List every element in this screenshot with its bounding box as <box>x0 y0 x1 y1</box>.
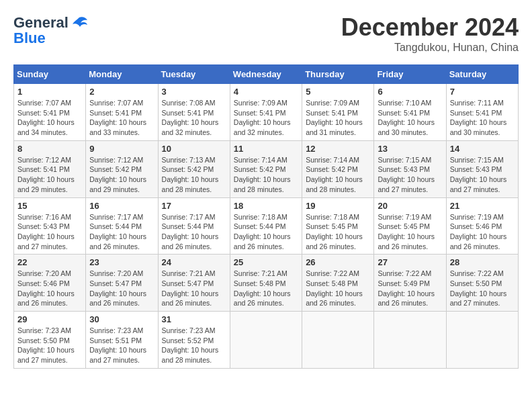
day-info: Sunrise: 7:07 AMSunset: 5:41 PMDaylight:… <box>17 98 82 138</box>
logo: General Blue <box>13 13 89 47</box>
day-number: 5 <box>306 87 370 97</box>
day-info: Sunrise: 7:08 AMSunset: 5:41 PMDaylight:… <box>162 98 226 138</box>
calendar-cell <box>302 312 374 369</box>
day-number: 13 <box>378 144 442 154</box>
day-header-thursday: Thursday <box>302 65 374 84</box>
calendar-cell: 29 Sunrise: 7:23 AMSunset: 5:50 PMDaylig… <box>14 312 86 369</box>
calendar-cell: 26 Sunrise: 7:22 AMSunset: 5:48 PMDaylig… <box>302 255 374 312</box>
day-number: 2 <box>89 87 154 97</box>
calendar-week-row: 22 Sunrise: 7:20 AMSunset: 5:46 PMDaylig… <box>14 255 519 312</box>
day-number: 21 <box>450 201 515 211</box>
day-number: 17 <box>162 201 226 211</box>
location: Tangdukou, Hunan, China <box>341 42 519 54</box>
calendar-cell: 14 Sunrise: 7:15 AMSunset: 5:43 PMDaylig… <box>446 140 518 197</box>
day-number: 3 <box>162 87 226 97</box>
day-number: 24 <box>162 257 226 267</box>
calendar-week-row: 8 Sunrise: 7:12 AMSunset: 5:41 PMDayligh… <box>14 140 519 197</box>
day-info: Sunrise: 7:16 AMSunset: 5:43 PMDaylight:… <box>17 212 82 252</box>
day-number: 12 <box>306 144 370 154</box>
calendar-cell: 13 Sunrise: 7:15 AMSunset: 5:43 PMDaylig… <box>374 140 446 197</box>
calendar-cell <box>374 312 446 369</box>
day-number: 18 <box>234 201 298 211</box>
calendar-cell: 11 Sunrise: 7:14 AMSunset: 5:42 PMDaylig… <box>230 140 302 197</box>
day-number: 23 <box>89 257 154 267</box>
calendar-cell: 4 Sunrise: 7:09 AMSunset: 5:41 PMDayligh… <box>230 84 302 141</box>
calendar-cell: 24 Sunrise: 7:21 AMSunset: 5:47 PMDaylig… <box>158 255 230 312</box>
calendar-cell: 1 Sunrise: 7:07 AMSunset: 5:41 PMDayligh… <box>14 84 86 141</box>
day-info: Sunrise: 7:14 AMSunset: 5:42 PMDaylight:… <box>234 155 298 195</box>
day-number: 4 <box>234 87 298 97</box>
day-number: 15 <box>17 201 82 211</box>
calendar-cell: 9 Sunrise: 7:12 AMSunset: 5:42 PMDayligh… <box>86 140 158 197</box>
day-header-monday: Monday <box>86 65 158 84</box>
day-header-tuesday: Tuesday <box>158 65 230 84</box>
logo-blue-text: Blue <box>13 30 46 47</box>
calendar-cell: 8 Sunrise: 7:12 AMSunset: 5:41 PMDayligh… <box>14 140 86 197</box>
calendar-cell: 15 Sunrise: 7:16 AMSunset: 5:43 PMDaylig… <box>14 197 86 255</box>
calendar-cell: 27 Sunrise: 7:22 AMSunset: 5:49 PMDaylig… <box>374 255 446 312</box>
day-number: 11 <box>234 144 298 154</box>
day-info: Sunrise: 7:21 AMSunset: 5:48 PMDaylight:… <box>234 269 298 308</box>
calendar-cell: 16 Sunrise: 7:17 AMSunset: 5:44 PMDaylig… <box>86 197 158 255</box>
calendar-week-row: 29 Sunrise: 7:23 AMSunset: 5:50 PMDaylig… <box>14 312 519 369</box>
day-info: Sunrise: 7:22 AMSunset: 5:49 PMDaylight:… <box>378 269 442 308</box>
day-info: Sunrise: 7:10 AMSunset: 5:41 PMDaylight:… <box>378 98 442 138</box>
calendar-cell: 21 Sunrise: 7:19 AMSunset: 5:46 PMDaylig… <box>446 197 518 255</box>
day-info: Sunrise: 7:12 AMSunset: 5:41 PMDaylight:… <box>17 155 82 195</box>
day-number: 14 <box>450 144 515 154</box>
day-info: Sunrise: 7:07 AMSunset: 5:41 PMDaylight:… <box>89 98 154 138</box>
page-header: General Blue December 2024 Tangdukou, Hu… <box>13 13 519 54</box>
calendar-cell: 18 Sunrise: 7:18 AMSunset: 5:44 PMDaylig… <box>230 197 302 255</box>
day-info: Sunrise: 7:21 AMSunset: 5:47 PMDaylight:… <box>162 269 226 308</box>
calendar-cell: 30 Sunrise: 7:23 AMSunset: 5:51 PMDaylig… <box>86 312 158 369</box>
calendar-cell: 25 Sunrise: 7:21 AMSunset: 5:48 PMDaylig… <box>230 255 302 312</box>
calendar-cell: 31 Sunrise: 7:23 AMSunset: 5:52 PMDaylig… <box>158 312 230 369</box>
month-title: December 2024 <box>341 13 519 42</box>
day-number: 8 <box>17 144 82 154</box>
day-header-saturday: Saturday <box>446 65 518 84</box>
day-number: 31 <box>162 314 226 324</box>
day-number: 27 <box>378 257 442 267</box>
day-number: 22 <box>17 257 82 267</box>
day-number: 25 <box>234 257 298 267</box>
day-info: Sunrise: 7:14 AMSunset: 5:42 PMDaylight:… <box>306 155 370 195</box>
day-info: Sunrise: 7:20 AMSunset: 5:46 PMDaylight:… <box>17 269 82 308</box>
calendar-cell <box>446 312 518 369</box>
day-info: Sunrise: 7:11 AMSunset: 5:41 PMDaylight:… <box>450 98 515 138</box>
day-number: 30 <box>89 314 154 324</box>
day-number: 9 <box>89 144 154 154</box>
title-area: December 2024 Tangdukou, Hunan, China <box>341 13 519 54</box>
calendar-header-row: SundayMondayTuesdayWednesdayThursdayFrid… <box>14 65 519 84</box>
day-info: Sunrise: 7:13 AMSunset: 5:42 PMDaylight:… <box>162 155 226 195</box>
day-info: Sunrise: 7:19 AMSunset: 5:46 PMDaylight:… <box>450 212 515 252</box>
calendar-cell: 28 Sunrise: 7:22 AMSunset: 5:50 PMDaylig… <box>446 255 518 312</box>
day-info: Sunrise: 7:09 AMSunset: 5:41 PMDaylight:… <box>306 98 370 138</box>
day-number: 6 <box>378 87 442 97</box>
calendar-cell: 7 Sunrise: 7:11 AMSunset: 5:41 PMDayligh… <box>446 84 518 141</box>
day-info: Sunrise: 7:09 AMSunset: 5:41 PMDaylight:… <box>234 98 298 138</box>
day-info: Sunrise: 7:19 AMSunset: 5:45 PMDaylight:… <box>378 212 442 252</box>
calendar-cell <box>230 312 302 369</box>
calendar-week-row: 1 Sunrise: 7:07 AMSunset: 5:41 PMDayligh… <box>14 84 519 141</box>
calendar-cell: 19 Sunrise: 7:18 AMSunset: 5:45 PMDaylig… <box>302 197 374 255</box>
calendar-cell: 12 Sunrise: 7:14 AMSunset: 5:42 PMDaylig… <box>302 140 374 197</box>
day-number: 16 <box>89 201 154 211</box>
calendar-cell: 20 Sunrise: 7:19 AMSunset: 5:45 PMDaylig… <box>374 197 446 255</box>
calendar-cell: 2 Sunrise: 7:07 AMSunset: 5:41 PMDayligh… <box>86 84 158 141</box>
calendar-cell: 6 Sunrise: 7:10 AMSunset: 5:41 PMDayligh… <box>374 84 446 141</box>
calendar-table: SundayMondayTuesdayWednesdayThursdayFrid… <box>13 64 519 369</box>
calendar-cell: 10 Sunrise: 7:13 AMSunset: 5:42 PMDaylig… <box>158 140 230 197</box>
day-info: Sunrise: 7:22 AMSunset: 5:50 PMDaylight:… <box>450 269 515 308</box>
day-header-wednesday: Wednesday <box>230 65 302 84</box>
day-info: Sunrise: 7:18 AMSunset: 5:45 PMDaylight:… <box>306 212 370 252</box>
day-info: Sunrise: 7:23 AMSunset: 5:50 PMDaylight:… <box>17 326 82 365</box>
day-info: Sunrise: 7:18 AMSunset: 5:44 PMDaylight:… <box>234 212 298 252</box>
day-info: Sunrise: 7:12 AMSunset: 5:42 PMDaylight:… <box>89 155 154 195</box>
day-info: Sunrise: 7:15 AMSunset: 5:43 PMDaylight:… <box>450 155 515 195</box>
day-number: 19 <box>306 201 370 211</box>
calendar-cell: 17 Sunrise: 7:17 AMSunset: 5:44 PMDaylig… <box>158 197 230 255</box>
day-number: 1 <box>17 87 82 97</box>
day-header-friday: Friday <box>374 65 446 84</box>
day-info: Sunrise: 7:22 AMSunset: 5:48 PMDaylight:… <box>306 269 370 308</box>
calendar-cell: 23 Sunrise: 7:20 AMSunset: 5:47 PMDaylig… <box>86 255 158 312</box>
